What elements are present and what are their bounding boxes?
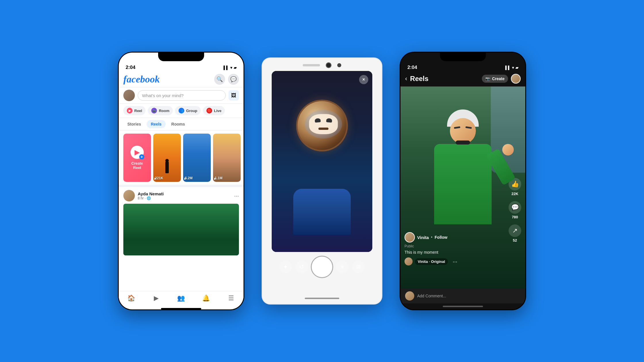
group-action[interactable]: 👥 Group: [175, 106, 201, 115]
close-camera-btn[interactable]: ×: [359, 75, 368, 84]
create-reel-icon: ▶ +: [131, 146, 144, 159]
reel-label: Reel: [134, 109, 142, 113]
front-camera: [326, 62, 331, 68]
phone-3-notch: [440, 53, 486, 61]
comment-count: 780: [512, 215, 518, 219]
search-icon: 🔍: [216, 76, 223, 82]
create-reel-button[interactable]: 📷 Create: [482, 75, 508, 83]
create-label: Create: [492, 76, 505, 81]
tab-reels[interactable]: Reels: [147, 120, 165, 128]
post-more-button[interactable]: ···: [234, 192, 239, 199]
facebook-logo: facebook: [123, 74, 160, 85]
comment-user-avatar: [405, 291, 414, 301]
reel-dot: •: [431, 235, 432, 239]
post-input[interactable]: What's on your mind?: [138, 90, 226, 101]
post-image: [123, 204, 239, 255]
phone-3-screen: 2:04 ▌▌ ▾ ▰ ‹ Reels 📷 Create: [400, 53, 525, 309]
right-eye: [326, 118, 332, 123]
tab-rooms[interactable]: Rooms: [167, 120, 189, 128]
reel-thumb-1[interactable]: ▶ 221K: [153, 134, 181, 182]
reel-count-3: 1.1M: [215, 176, 223, 180]
helmet: [296, 100, 348, 151]
post-box: What's on your mind? 🖼: [119, 87, 244, 104]
room-chip-icon: 📹: [151, 108, 157, 113]
comment-action[interactable]: 💬 780: [509, 201, 521, 219]
profile-avatar[interactable]: [511, 74, 521, 84]
camera-controls: ✦ ↺ ✳ ⊞: [272, 252, 372, 282]
boost-button[interactable]: ✳: [336, 261, 348, 273]
effects-button[interactable]: ✦: [279, 261, 292, 273]
follow-button[interactable]: Follow: [435, 235, 447, 240]
live-action[interactable]: 🔴 Live: [203, 106, 225, 115]
author-name: Ayda Nemati: [138, 191, 164, 196]
reel-count-1: 221K: [155, 176, 163, 180]
nav-video[interactable]: ▶: [152, 294, 160, 302]
sparkle-icon: ✦: [283, 263, 288, 270]
reel-side-actions: 👍 22K 💬 780 ↗ 52: [509, 178, 521, 242]
nav-menu[interactable]: ☰: [227, 294, 235, 302]
suit: [293, 189, 351, 235]
music-avatar: [405, 257, 413, 265]
camera-feed: ×: [272, 71, 372, 252]
comment-icon: 💬: [509, 201, 521, 214]
post-section: Ayda Nemati 8 hr · 🌐 ···: [119, 185, 244, 291]
boost-icon: ✳: [340, 263, 345, 270]
room-label: Room: [159, 109, 169, 113]
reels-title: Reels: [410, 75, 428, 83]
reel-music-row: Vinita · Original ···: [405, 257, 505, 265]
author-time: 8 hr · 🌐: [138, 196, 164, 200]
nav-home[interactable]: 🏠: [127, 294, 135, 302]
back-button[interactable]: ‹: [405, 75, 407, 82]
reel-thumb-2[interactable]: ▶ 6.2M: [183, 134, 211, 182]
reel-thumb-3[interactable]: ▶ 1.1M: [213, 134, 241, 182]
head: [450, 118, 476, 144]
reel-comment-bar: Add Comment...: [400, 288, 525, 303]
reel-username: Vinita: [417, 235, 429, 240]
reel-public-label: Public: [405, 244, 505, 248]
reel-user-row: Vinita • Follow: [405, 232, 505, 242]
header-icons: 🔍 💬: [214, 74, 239, 85]
phone-2-top-bar: [262, 58, 382, 71]
right-eye-closed: [465, 126, 472, 129]
reel-action[interactable]: ▶ Reel: [123, 106, 145, 115]
phone-2-bottom: [262, 282, 382, 304]
wifi-icon-3: ▾: [512, 66, 514, 70]
fb-header: facebook 🔍 💬: [119, 73, 244, 87]
share-icon: ↗: [509, 224, 521, 237]
comment-input[interactable]: Add Comment...: [417, 294, 521, 298]
create-reel-thumb[interactable]: ▶ + CreateReel: [123, 134, 151, 182]
nav-groups[interactable]: 👥: [177, 294, 185, 302]
live-chip-icon: 🔴: [206, 108, 212, 113]
author-details: Ayda Nemati 8 hr · 🌐: [138, 191, 164, 200]
reel-chip-icon: ▶: [127, 108, 133, 113]
search-button[interactable]: 🔍: [214, 74, 225, 85]
camera-viewfinder: ×: [272, 71, 372, 252]
share-action[interactable]: ↗ 52: [509, 224, 521, 242]
phone-1-device: 2:04 ▌▌ ▾ ▰ facebook 🔍 💬: [118, 52, 244, 310]
actions-row: ▶ Reel 📹 Room 👥 Group 🔴 Live: [119, 104, 244, 118]
messenger-button[interactable]: 💬: [228, 74, 239, 85]
signal-icon-3: ▌▌: [505, 66, 511, 70]
reel-count-2: 6.2M: [185, 176, 193, 180]
tab-stories[interactable]: Stories: [123, 120, 145, 128]
status-icons-1: ▌▌ ▾ ▰: [224, 66, 237, 70]
room-icon: 📹: [152, 109, 156, 113]
reels-header-right: 📷 Create: [482, 74, 521, 84]
sensor: [337, 63, 341, 67]
left-eye-closed: [454, 126, 461, 129]
share-count: 52: [513, 238, 517, 242]
phone-1-screen: 2:04 ▌▌ ▾ ▰ facebook 🔍 💬: [119, 53, 244, 309]
reel-more-button[interactable]: ···: [453, 258, 457, 265]
gallery-button[interactable]: ⊞: [352, 261, 365, 273]
status-time-3: 2:04: [407, 65, 417, 70]
mouth: [319, 128, 329, 130]
reel-music-name: Vinita · Original: [415, 258, 448, 265]
create-reel-icon: 📷: [485, 76, 490, 81]
capture-button[interactable]: [312, 257, 332, 277]
hand: [502, 144, 514, 155]
nav-notifications[interactable]: 🔔: [202, 294, 210, 302]
flip-button[interactable]: ↺: [296, 261, 308, 273]
reel-caption: This is my moment: [405, 250, 505, 255]
photo-button[interactable]: 🖼: [229, 90, 239, 101]
room-action[interactable]: 📹 Room: [148, 106, 173, 115]
